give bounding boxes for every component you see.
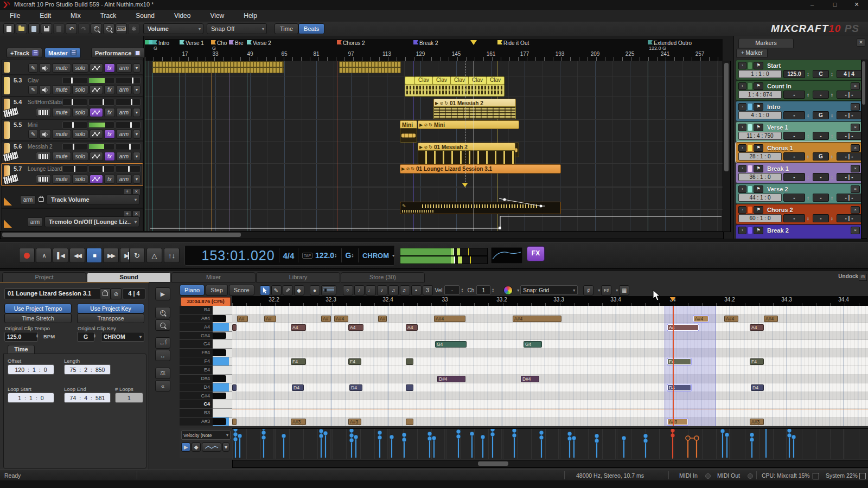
- marker-card-verse-2[interactable]: ›⚑Verse 2×44 : 1 : 0-▲▼-▲▼- | -: [736, 183, 863, 204]
- snap-dropdown[interactable]: Snap Off▾: [207, 23, 267, 34]
- time-signature[interactable]: 4/4: [283, 251, 294, 260]
- metronome-button[interactable]: △: [146, 248, 162, 263]
- marker-tempo-spinner[interactable]: ▲▼: [807, 216, 811, 221]
- midi-note[interactable]: G4: [435, 341, 467, 348]
- track-instrument-icon[interactable]: [36, 152, 51, 161]
- menu-sound[interactable]: Sound: [126, 10, 164, 22]
- paint-tool[interactable]: ✎: [283, 285, 293, 296]
- master-fx-button[interactable]: FX: [527, 246, 545, 261]
- marker-expand-icon[interactable]: ›: [738, 82, 746, 90]
- note-color-wheel[interactable]: [503, 286, 513, 295]
- track-pan-slider[interactable]: [116, 143, 141, 150]
- velocity-param-dropdown[interactable]: Velocity (Note▾: [181, 431, 231, 440]
- timeline-marker-flag[interactable]: Ride it Out: [497, 40, 529, 46]
- track-solo-button[interactable]: solo: [72, 130, 88, 139]
- arrange-hscroll-thumb[interactable]: [2, 233, 241, 237]
- midi-note[interactable]: A4: [291, 324, 306, 331]
- marker-time-field[interactable]: 28 : 1 : 0: [738, 152, 782, 160]
- marker-expand-icon[interactable]: ›: [738, 165, 746, 172]
- save-icon[interactable]: [41, 23, 52, 34]
- track-volume-slider[interactable]: [62, 121, 87, 129]
- marker-tempo-spinner[interactable]: ▲▼: [807, 93, 811, 97]
- close-icon[interactable]: ✕: [846, 0, 867, 10]
- track-fx-button[interactable]: fx: [104, 175, 115, 184]
- midi-note[interactable]: [406, 419, 413, 425]
- markers-scrollbar[interactable]: [861, 60, 867, 239]
- track-speaker-icon[interactable]: [39, 85, 51, 94]
- settings-icon[interactable]: ✱: [128, 23, 139, 34]
- track-row-5.4[interactable]: 5.4SoftHornStabsmutesolofxarm▾: [1, 97, 143, 119]
- add-track-button[interactable]: +Track☰: [7, 48, 42, 58]
- midi-note[interactable]: F4: [667, 358, 691, 365]
- marker-close-icon[interactable]: ×: [851, 103, 860, 111]
- marker-flag-icon[interactable]: ⚑: [754, 124, 763, 131]
- marker-key-field[interactable]: C: [813, 70, 829, 78]
- punch-button[interactable]: ∧: [36, 248, 52, 263]
- marker-close-icon[interactable]: ×: [851, 206, 860, 214]
- audio-settings-status[interactable]: 48000 Hz, Stereo, 10.7 ms: [576, 472, 644, 479]
- piano-key-C4[interactable]: C4: [180, 400, 232, 409]
- clip-clavhead[interactable]: Clav: [414, 76, 433, 85]
- marker-close-icon[interactable]: ×: [851, 144, 860, 152]
- duration-thirtysecond-button[interactable]: ♬: [400, 285, 410, 296]
- marker-tempo-spinner[interactable]: ▲▼: [807, 196, 811, 200]
- import-icon[interactable]: [28, 23, 40, 34]
- midi-note[interactable]: A#3: [291, 419, 306, 425]
- clip-orangehead[interactable]: ▶ ⊘ ↻01 Lounge Lizard Session 3.1: [400, 164, 561, 174]
- marker-card-start[interactable]: ›⚑Start1 : 1 : 0125.0▲▼C▲▼4 | 4: [736, 60, 863, 80]
- zoom-out-icon[interactable]: -: [103, 23, 114, 34]
- midi-note[interactable]: A4: [667, 324, 699, 331]
- marker-key-field[interactable]: -: [813, 194, 829, 202]
- clip-clavbody[interactable]: [405, 84, 505, 97]
- marker-time-field[interactable]: 44 : 1 : 0: [738, 194, 782, 202]
- piano-keys[interactable]: B4A#4A4G#4G4F#4F4E4D#4D4C#4C4B3A#3: [180, 306, 232, 426]
- clip-disable-button[interactable]: ⊘: [111, 288, 122, 299]
- midi-icon[interactable]: MIDI: [116, 23, 127, 34]
- redo-icon[interactable]: ↷: [78, 23, 90, 34]
- tempo-value[interactable]: 122.0: [315, 251, 334, 260]
- midi-note[interactable]: A#3: [750, 419, 764, 425]
- midi-note[interactable]: F4: [750, 358, 764, 365]
- piano-key-As4[interactable]: A#4: [180, 314, 232, 323]
- track-fx-button[interactable]: fx: [104, 108, 115, 117]
- track-row-5.6[interactable]: 5.6Messiah 2mutesolofxarm▾: [1, 141, 143, 163]
- time-toggle-button[interactable]: Time: [275, 23, 298, 34]
- undo-icon[interactable]: ↶: [66, 23, 77, 34]
- track-fx-button[interactable]: fx: [104, 152, 115, 161]
- track-solo-button[interactable]: solo: [72, 175, 88, 184]
- midi-note[interactable]: A#4: [693, 316, 709, 322]
- track-pencil-icon[interactable]: ✎: [28, 85, 38, 94]
- marker-expand-icon[interactable]: ›: [738, 144, 746, 152]
- orig-tempo-field[interactable]: 125.0: [4, 332, 38, 342]
- track-automation-button[interactable]: [90, 85, 103, 94]
- transpose-button[interactable]: Transpose: [77, 313, 144, 323]
- marker-key-field[interactable]: -: [813, 173, 829, 181]
- track-fx-button[interactable]: fx: [104, 85, 115, 94]
- midi-note[interactable]: A#4: [764, 316, 778, 322]
- duration-quarter-button[interactable]: ♩: [366, 285, 376, 296]
- marker-sig-field[interactable]: - | -: [837, 214, 861, 222]
- track-chevron-icon[interactable]: ▾: [133, 108, 141, 117]
- note-name-button[interactable]: F♯: [601, 285, 611, 296]
- marker-flag-icon[interactable]: ⚑: [754, 227, 763, 234]
- tempo-spinner[interactable]: ▲▼: [334, 253, 337, 258]
- track-speaker-icon[interactable]: [39, 130, 51, 139]
- duration-eighth-button[interactable]: ♪: [377, 285, 387, 296]
- timeline-ruler[interactable]: 1733496581971131291451611771932092252412…: [145, 39, 723, 61]
- automation-view-button[interactable]: ↑↓: [164, 248, 180, 263]
- track-mute-button[interactable]: mute: [52, 152, 71, 161]
- select-tool[interactable]: [260, 285, 270, 296]
- marker-tempo-field[interactable]: -: [783, 132, 805, 140]
- markers-tab[interactable]: Markers: [738, 38, 794, 48]
- clip-dashbody[interactable]: [433, 106, 516, 119]
- midi-note[interactable]: [406, 384, 413, 391]
- clip-lock-button[interactable]: [100, 288, 111, 299]
- menu-view[interactable]: View: [200, 10, 234, 22]
- menu-file[interactable]: File: [0, 10, 30, 22]
- rewind-button[interactable]: ◀◀: [69, 248, 85, 263]
- clip-darkbody[interactable]: ✎: [400, 202, 561, 214]
- loop-end-field[interactable]: 74:4:581: [64, 393, 111, 403]
- timeline-marker-flag[interactable]: Verse 2: [247, 40, 271, 46]
- marker-key-field[interactable]: -: [813, 214, 829, 222]
- clip-name-field[interactable]: 01 Lounge Lizard Session 3.1: [4, 288, 101, 299]
